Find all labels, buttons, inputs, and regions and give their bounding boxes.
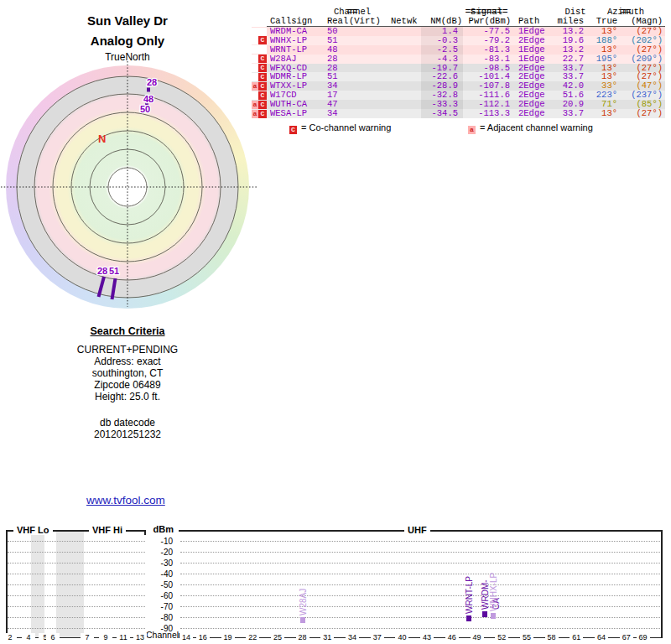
column-header-true_az: True (585, 16, 619, 26)
table-row: WRNT-LP48-2.5-81.31Edge13.213°(27°) (252, 45, 665, 55)
cell-true_az: 13° (585, 64, 619, 73)
cell-callsign: WRDM-CA (267, 27, 325, 36)
channel-tick: 9 (99, 633, 112, 641)
grid-line (8, 628, 145, 629)
channel-tick: 25 (271, 633, 284, 641)
channel-tick: 14 (179, 633, 193, 641)
co-channel-badge (258, 45, 267, 54)
cell-true_az: 13° (585, 45, 619, 55)
channel-tick: 69 (637, 633, 650, 641)
adjacent-channel-badge (252, 45, 258, 54)
cell-miles: 51.6 (550, 91, 585, 100)
cell-nm: -19.7 (421, 64, 463, 73)
grid-line (180, 563, 660, 564)
table-row: aCWESA-LP34-34.5-113.32Edge33.713°(27°) (252, 109, 665, 118)
cell-callsign: W17CD (267, 91, 325, 100)
cell-netwk (384, 91, 421, 100)
channel-tick: 4 (22, 633, 35, 641)
cell-magn_az: (47°) (619, 81, 665, 91)
table-row: CWFXQ-CD28-19.7-98.52Edge33.713°(27°) (252, 64, 665, 73)
channel-tick: 37 (371, 633, 384, 641)
cell-pwr: -81.3 (463, 45, 512, 55)
adjacent-channel-badge (252, 55, 258, 63)
table-row: aCWTXX-LP34-28.9-107.82Edge42.033°(47°) (252, 81, 665, 91)
dbm-tick: -80 (134, 613, 173, 622)
channel-tick: 28 (296, 633, 309, 641)
grid-line (180, 628, 660, 629)
cell-pwr: -101.4 (463, 72, 512, 81)
cell-real: 50 (325, 27, 349, 36)
spectrum-marker-bar (300, 617, 305, 623)
co-channel-badge: C (258, 55, 267, 63)
cell-nm: -28.9 (421, 81, 463, 91)
cell-pwr: -112.1 (463, 100, 512, 109)
cell-nm: -2.5 (421, 45, 463, 55)
north-marker: N (98, 132, 106, 145)
cell-path: 1Edge (512, 55, 550, 64)
cell-virt (349, 109, 384, 118)
channel-tick: 43 (420, 633, 434, 641)
band-label-vhf-hi: VHF Hi (89, 525, 126, 535)
cell-magn_az: (237°) (619, 91, 665, 100)
channel-tick: 13 (133, 633, 147, 641)
channel-tick: 19 (221, 633, 235, 641)
grid-line (180, 595, 660, 596)
channel-tick: 16 (196, 633, 210, 641)
cell-true_az: 13° (585, 72, 619, 81)
cell-virt (349, 81, 384, 91)
dbm-tick: -10 (134, 537, 173, 546)
channel-tick: 58 (545, 633, 559, 641)
cell-netwk (384, 27, 421, 36)
channel-tick: 22 (246, 633, 259, 641)
cell-nm: -32.8 (421, 91, 463, 100)
table-row: CW17CD17-32.8-111.62Edge51.6223°(237°) (252, 91, 665, 100)
cell-callsign: WTXX-LP (267, 81, 325, 91)
grid-line (180, 574, 660, 574)
tvfool-link[interactable]: www.tvfool.com (86, 494, 165, 506)
search-criteria-heading: Search Criteria (44, 325, 211, 337)
cell-pwr: -98.5 (463, 64, 512, 73)
radar-marker-label: 28 (147, 77, 157, 87)
cell-magn_az: (27°) (619, 109, 665, 118)
co-channel-badge: C (258, 73, 267, 81)
cell-netwk (384, 64, 421, 73)
column-header-netwk: Netwk (384, 16, 421, 26)
cell-miles: 33.7 (550, 64, 585, 73)
legend-adjacent-channel: a= Adjacent channel warning (468, 122, 593, 133)
cell-real: 51 (325, 36, 349, 45)
channel-tick: 11 (117, 633, 130, 641)
adjacent-channel-badge (252, 91, 258, 100)
cell-magn_az: (27°) (619, 45, 665, 55)
radar-marker-label: 51 (109, 266, 119, 276)
channel-tick: 64 (595, 633, 608, 641)
search-line: CURRENT+PENDING (44, 344, 211, 356)
band-label-uhf: UHF (404, 525, 430, 535)
cell-pwr: -83.1 (463, 55, 512, 64)
station-marker-icon (99, 277, 105, 297)
spectrum-marker-label: W28AJ (298, 585, 309, 615)
table-row: CWNHX-LP51-0.3-79.22Edge19.6188°(202°) (252, 36, 665, 45)
co-channel-badge: C (258, 64, 267, 72)
column-header-path: Path (512, 16, 550, 26)
cell-nm: -34.5 (421, 109, 463, 118)
co-channel-badge: C (258, 36, 267, 44)
grid-line (180, 617, 660, 618)
cell-virt (349, 55, 384, 64)
dbm-axis-label: dBm (134, 524, 174, 534)
cell-miles: 22.7 (550, 55, 585, 64)
channel-tick: 46 (445, 633, 459, 641)
cell-miles: 19.6 (550, 36, 585, 45)
cell-netwk (384, 72, 421, 81)
table-row: aCWUTH-CA47-33.3-112.12Edge20.971°(85°) (252, 100, 665, 109)
channel-tick: 52 (495, 633, 508, 641)
cell-real: 34 (325, 81, 349, 91)
cell-callsign: WDMR-LP (267, 72, 325, 81)
radar-marker-label: 48 (143, 94, 153, 104)
cell-path: 1Edge (512, 27, 550, 36)
cell-nm: -4.3 (421, 55, 463, 64)
cell-miles: 13.2 (550, 45, 585, 55)
cell-real: 17 (325, 91, 349, 100)
channel-tick: 6 (46, 633, 60, 641)
adjacent-channel-badge: a (252, 82, 258, 91)
channel-tick: 34 (346, 633, 359, 641)
